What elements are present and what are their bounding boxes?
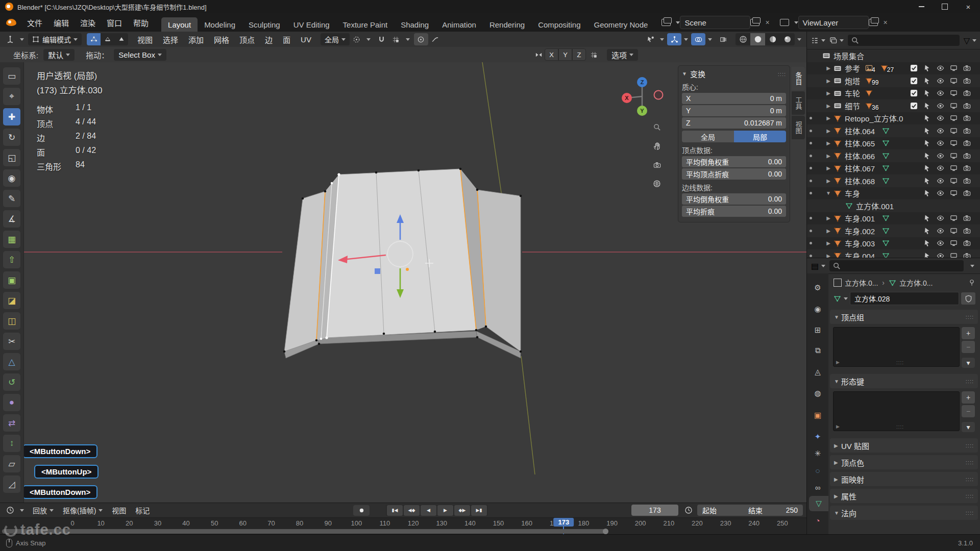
toggle-eye-icon[interactable] — [936, 239, 945, 247]
toggle-eye-icon[interactable] — [936, 227, 945, 235]
workspace-tab-texture-paint[interactable]: Texture Paint — [336, 17, 395, 32]
empty-list[interactable]: ▶:::: — [833, 391, 960, 431]
select-mode-face[interactable] — [114, 33, 128, 45]
toggle-check-icon[interactable] — [909, 102, 918, 110]
toggle-check-icon[interactable] — [909, 89, 918, 97]
toggle-camera-icon[interactable] — [962, 239, 971, 247]
disclosure-closed[interactable]: ▶ — [825, 128, 831, 134]
outliner-row-柱体.066[interactable]: ▶柱体.066 — [807, 149, 980, 162]
sidebar-tab-条目[interactable]: 条目 — [792, 67, 805, 90]
panel-header-UV 贴图[interactable]: ▶UV 贴图:::: — [830, 438, 978, 453]
toggle-monitor-icon[interactable] — [949, 114, 958, 122]
disclosure-closed[interactable]: ▶ — [825, 153, 831, 159]
workspace-tab-compositing[interactable]: Compositing — [531, 17, 587, 32]
disclosure-closed[interactable]: ▶ — [825, 215, 831, 221]
toggle-monitor-icon[interactable] — [949, 89, 958, 97]
unlink-scene-button[interactable]: × — [765, 18, 769, 27]
breadcrumb-data[interactable]: 立方体.0... — [899, 278, 933, 288]
toggle-cursor-icon[interactable] — [922, 102, 932, 110]
toggle-eye-icon[interactable] — [936, 177, 945, 185]
toggle-eye-icon[interactable] — [936, 189, 945, 197]
toggle-cursor-icon[interactable] — [922, 64, 932, 72]
space-局部-button[interactable]: 局部 — [734, 131, 786, 142]
workspace-tab-uv-editing[interactable]: UV Editing — [287, 17, 336, 32]
toggle-check-icon[interactable] — [909, 64, 918, 72]
tool-shrink-fatten[interactable]: ↕ — [3, 435, 20, 452]
toggle-cursor-icon[interactable] — [922, 164, 932, 172]
add-button[interactable]: + — [962, 391, 975, 404]
tool-edge-slide[interactable]: ⇄ — [3, 414, 20, 432]
toggle-camera-icon[interactable] — [962, 189, 971, 197]
editor-type-icon[interactable] — [3, 504, 17, 516]
drag-value-dropdown[interactable]: Select Box — [114, 49, 166, 61]
viewlayer-name-field[interactable]: ViewLayer — [798, 16, 869, 29]
current-frame-field[interactable]: 173 — [631, 505, 678, 516]
maximize-button[interactable] — [933, 0, 957, 13]
outliner-row-车身[interactable]: ▼车身 — [807, 187, 980, 200]
viewport-menu-顶点[interactable]: 顶点 — [234, 32, 260, 47]
outliner-row-车轮[interactable]: ▶车轮 — [807, 87, 980, 100]
sidebar-tab-工具[interactable]: 工具 — [792, 91, 805, 115]
outliner-label[interactable]: 柱体.065 — [845, 138, 875, 148]
outliner-label[interactable]: 车轮 — [845, 88, 860, 98]
toggle-cursor-icon[interactable] — [922, 127, 932, 135]
outliner-label[interactable]: 参考 — [845, 63, 860, 73]
edge-data-field[interactable]: 平均倒角权重0.00 — [682, 193, 786, 205]
properties-tab-object[interactable]: ▣ — [807, 408, 828, 423]
gizmo-plane-handle[interactable] — [375, 268, 380, 274]
toggle-camera-icon[interactable] — [962, 102, 971, 110]
panel-header-顶点色[interactable]: ▶顶点色:::: — [830, 455, 978, 469]
viewport-menu-边[interactable]: 边 — [260, 32, 278, 47]
toggle-camera-icon[interactable] — [962, 64, 971, 72]
outliner-label[interactable]: 车身.004 — [845, 251, 875, 258]
toggle-monitor-icon[interactable] — [949, 127, 958, 135]
outliner-label[interactable]: 车身.003 — [845, 238, 875, 248]
outliner-row-车身.003[interactable]: ▶车身.003 — [807, 237, 980, 250]
orientation-dropdown[interactable]: 全局 — [321, 33, 350, 45]
disclosure-closed[interactable]: ▶ — [825, 78, 831, 84]
overlays-toggle-icon[interactable] — [691, 33, 705, 45]
outliner-label[interactable]: 车身 — [845, 188, 860, 198]
specials-dropdown[interactable]: ▾ — [962, 358, 975, 368]
xray-toggle-icon[interactable] — [716, 33, 730, 45]
scene-name-field[interactable]: Scene — [680, 16, 750, 29]
timeline-scrollbar[interactable] — [2, 529, 607, 534]
add-button[interactable]: + — [962, 327, 975, 339]
properties-search-input[interactable] — [829, 260, 964, 271]
properties-tab-render[interactable]: ◉ — [807, 302, 828, 317]
tool-scale[interactable]: ◱ — [3, 149, 20, 166]
viewport-menu-UV[interactable]: UV — [296, 32, 316, 47]
outliner-row-车身.001[interactable]: ▶车身.001 — [807, 212, 980, 225]
sidebar-tab-视图[interactable]: 视图 — [792, 116, 805, 139]
navigation-gizmo[interactable]: Z X Y — [615, 69, 669, 123]
minimize-button[interactable] — [910, 0, 933, 13]
vertex-data-field[interactable]: 平均顶点折痕0.00 — [682, 168, 786, 180]
pivot-point-icon[interactable] — [350, 33, 364, 45]
toggle-cursor-icon[interactable] — [922, 139, 932, 147]
disclosure-open[interactable]: ▼ — [825, 190, 831, 196]
toggle-camera-icon[interactable] — [962, 227, 971, 235]
editor-type-icon[interactable]: ▤ — [811, 261, 819, 271]
outliner-row-柱体.065[interactable]: ▶柱体.065 — [807, 137, 980, 150]
outliner-label[interactable]: 柱体.064 — [845, 126, 875, 136]
prev-keyframe-button[interactable]: ◀◆ — [404, 505, 420, 516]
toggle-eye-icon[interactable] — [936, 252, 945, 258]
viewport-menu-面[interactable]: 面 — [278, 32, 296, 47]
mesh-data-icon[interactable] — [834, 295, 841, 303]
tool-add-cube[interactable]: ▦ — [3, 231, 20, 248]
select-mode-vertex[interactable] — [87, 33, 101, 45]
outliner-search-input[interactable] — [848, 35, 960, 46]
menu-文件[interactable]: 文件 — [21, 16, 48, 29]
toggle-monitor-icon[interactable] — [949, 152, 958, 160]
outliner-row-车身.002[interactable]: ▶车身.002 — [807, 224, 980, 237]
shading-material[interactable] — [765, 33, 780, 45]
filter-funnel-icon[interactable]: ▽ — [964, 36, 970, 45]
toggle-eye-icon[interactable] — [936, 139, 945, 147]
new-scene-button[interactable] — [750, 19, 760, 26]
falloff-curve-icon[interactable] — [428, 33, 443, 45]
outliner-label[interactable]: 柱体.068 — [845, 176, 875, 186]
mode-dropdown[interactable]: 编辑模式 — [28, 33, 82, 45]
timeline-ruler[interactable]: 0102030405060708090100110120130140150160… — [0, 518, 806, 535]
toggle-cursor-icon[interactable] — [922, 189, 932, 197]
toggle-monitor-icon[interactable] — [949, 189, 958, 197]
